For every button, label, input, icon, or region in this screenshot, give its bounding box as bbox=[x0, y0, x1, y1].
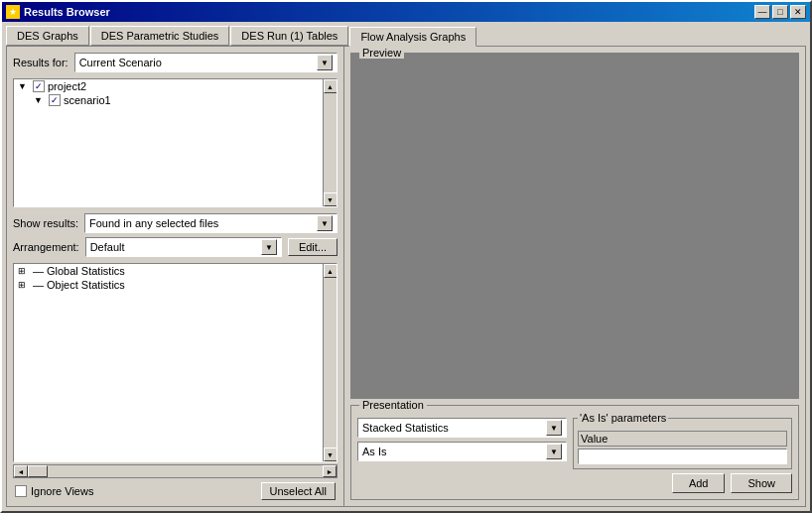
scroll-thumb[interactable] bbox=[28, 465, 48, 477]
as-is-input-row bbox=[578, 449, 787, 464]
main-area: Results for: Current Scenario ▼ ▼ projec… bbox=[6, 46, 806, 507]
as-is-params-group: 'As Is' parameters Value bbox=[573, 418, 792, 469]
pres-sub-select[interactable]: As Is ▼ bbox=[357, 442, 567, 461]
presentation-label: Presentation bbox=[359, 399, 427, 411]
show-results-label: Show results: bbox=[13, 217, 78, 229]
title-buttons: — □ ✕ bbox=[754, 5, 806, 19]
results-browser-window: ★ Results Browser — □ ✕ DES Graphs DES P… bbox=[0, 0, 812, 513]
preview-area bbox=[351, 54, 798, 398]
tree-item-project2[interactable]: ▼ project2 bbox=[14, 79, 337, 93]
unselect-all-button[interactable]: Unselect All bbox=[261, 482, 336, 500]
tree-item-scenario1[interactable]: ▼ scenario1 bbox=[14, 93, 337, 107]
preview-label: Preview bbox=[359, 47, 404, 59]
file-tree: ▼ project2 ▼ scenario1 ▲ ▼ bbox=[13, 78, 338, 207]
results-tree: ⊞ — Global Statistics ⊞ — Object Statist… bbox=[13, 263, 338, 462]
checkbox-project2[interactable] bbox=[33, 80, 45, 92]
checkbox-scenario1[interactable] bbox=[49, 94, 61, 106]
tab-des-parametric[interactable]: DES Parametric Studies bbox=[90, 26, 230, 46]
right-panel: Preview Presentation Stacked Statistics … bbox=[344, 47, 805, 506]
title-bar-left: ★ Results Browser bbox=[6, 5, 110, 19]
arrangement-select[interactable]: Default ▼ bbox=[85, 237, 282, 257]
expand-icon-2: ▼ bbox=[34, 95, 46, 105]
bottom-bar: Ignore Views Unselect All bbox=[13, 482, 338, 500]
title-bar: ★ Results Browser — □ ✕ bbox=[2, 2, 810, 22]
window-icon: ★ bbox=[6, 5, 20, 19]
pres-type-arrow[interactable]: ▼ bbox=[546, 420, 562, 436]
tree-label-scenario1: scenario1 bbox=[64, 94, 111, 106]
as-is-params-label: 'As Is' parameters bbox=[578, 412, 668, 424]
file-tree-scrollbar[interactable]: ▲ ▼ bbox=[323, 79, 337, 206]
results-for-select[interactable]: Current Scenario ▼ bbox=[74, 53, 338, 72]
show-results-row: Show results: Found in any selected file… bbox=[13, 213, 338, 233]
presentation-content: Stacked Statistics ▼ As Is ▼ 'As Is' par… bbox=[357, 418, 792, 469]
window-title: Results Browser bbox=[24, 6, 110, 18]
tree-label-global-stats: Global Statistics bbox=[47, 265, 125, 277]
arrangement-arrow[interactable]: ▼ bbox=[261, 239, 277, 255]
ignore-views-row: Ignore Views bbox=[15, 485, 93, 497]
results-for-label: Results for: bbox=[13, 57, 68, 68]
window-content: DES Graphs DES Parametric Studies DES Ru… bbox=[2, 22, 810, 511]
close-button[interactable]: ✕ bbox=[790, 5, 806, 19]
bottom-buttons: Add Show bbox=[357, 473, 792, 493]
show-results-select[interactable]: Found in any selected files ▼ bbox=[84, 213, 338, 233]
tree-item-global-stats[interactable]: ⊞ — Global Statistics bbox=[14, 264, 337, 278]
results-for-row: Results for: Current Scenario ▼ bbox=[13, 53, 338, 72]
pres-left: Stacked Statistics ▼ As Is ▼ bbox=[357, 418, 567, 469]
tree-label-project2: project2 bbox=[48, 80, 86, 92]
edit-button[interactable]: Edit... bbox=[288, 238, 338, 256]
tree-label-object-stats: Object Statistics bbox=[47, 279, 125, 291]
as-is-value-input[interactable] bbox=[578, 449, 787, 464]
arrangement-row: Arrangement: Default ▼ Edit... bbox=[13, 237, 338, 257]
results-scroll-up[interactable]: ▲ bbox=[324, 264, 338, 278]
preview-group: Preview bbox=[350, 53, 799, 399]
results-scroll-down[interactable]: ▼ bbox=[324, 448, 338, 461]
show-results-arrow[interactable]: ▼ bbox=[317, 215, 333, 231]
scroll-up-arrow[interactable]: ▲ bbox=[324, 79, 338, 93]
show-button[interactable]: Show bbox=[731, 473, 792, 493]
ignore-views-checkbox[interactable] bbox=[15, 485, 27, 497]
arrangement-label: Arrangement: bbox=[13, 241, 79, 253]
horiz-scrollbar[interactable]: ◄ ► bbox=[13, 464, 338, 478]
tab-des-run-tables[interactable]: DES Run (1) Tables bbox=[230, 26, 348, 46]
tab-flow-analysis[interactable]: Flow Analysis Graphs bbox=[349, 27, 476, 47]
scroll-down-arrow[interactable]: ▼ bbox=[324, 192, 338, 206]
expand-icon-object: ⊞ bbox=[18, 280, 30, 290]
pres-sub-arrow[interactable]: ▼ bbox=[546, 444, 562, 459]
presentation-group: Presentation Stacked Statistics ▼ As Is … bbox=[350, 405, 799, 500]
expand-icon: ▼ bbox=[18, 81, 30, 91]
tab-des-graphs[interactable]: DES Graphs bbox=[6, 26, 89, 46]
as-is-col-label: Value bbox=[581, 433, 608, 445]
left-panel: Results for: Current Scenario ▼ ▼ projec… bbox=[7, 47, 344, 506]
scroll-left-arrow[interactable]: ◄ bbox=[14, 465, 28, 477]
add-button[interactable]: Add bbox=[672, 473, 726, 493]
scroll-right-arrow[interactable]: ► bbox=[323, 465, 337, 477]
ignore-views-label: Ignore Views bbox=[31, 485, 93, 497]
minimize-button[interactable]: — bbox=[754, 5, 770, 19]
expand-icon-global: ⊞ bbox=[18, 266, 30, 276]
tree-item-object-stats[interactable]: ⊞ — Object Statistics bbox=[14, 278, 337, 292]
results-for-dropdown-arrow[interactable]: ▼ bbox=[317, 55, 333, 70]
as-is-header-row: Value bbox=[578, 431, 787, 447]
results-tree-scrollbar[interactable]: ▲ ▼ bbox=[323, 264, 337, 461]
maximize-button[interactable]: □ bbox=[772, 5, 788, 19]
as-is-params-content: Value bbox=[578, 431, 787, 464]
pres-type-select[interactable]: Stacked Statistics ▼ bbox=[357, 418, 567, 438]
tab-bar: DES Graphs DES Parametric Studies DES Ru… bbox=[6, 26, 806, 46]
